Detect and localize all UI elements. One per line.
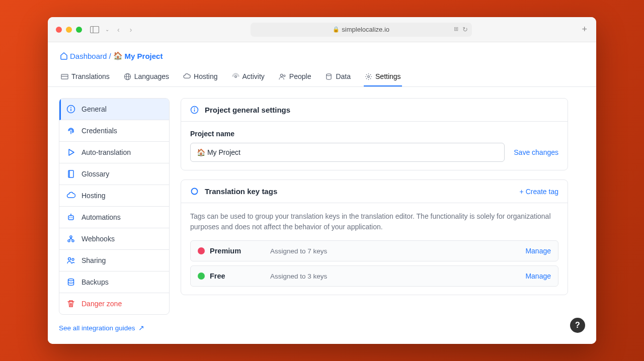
back-button[interactable]: ‹ (115, 26, 122, 34)
sidebar-item-label: Automations (82, 213, 121, 221)
tag-assigned-count: Assigned to 7 keys (270, 247, 525, 255)
svg-point-25 (68, 258, 71, 260)
sidebar-item-auto-translation[interactable]: Auto-translation (59, 142, 169, 163)
tab-label: Settings (375, 72, 401, 80)
tab-languages[interactable]: Languages (123, 67, 170, 86)
svg-point-11 (368, 75, 370, 77)
breadcrumb-project[interactable]: My Project (125, 52, 163, 60)
integration-guides-link[interactable]: See all integration guides ↗ (59, 324, 170, 332)
tab-label: Hosting (194, 72, 217, 80)
sidebar-item-automations[interactable]: Automations (59, 207, 169, 228)
project-name-input[interactable] (190, 143, 505, 162)
traffic-lights (56, 27, 82, 33)
info-icon (66, 105, 75, 114)
database-icon (66, 278, 75, 287)
titlebar: ⌄ ‹ › 🔒 simplelocalize.io ⊞ ↻ + (48, 17, 596, 42)
dropdown-icon[interactable]: ⌄ (105, 27, 109, 32)
sidebar-item-label: Glossary (82, 170, 109, 178)
cloud-icon (66, 191, 75, 200)
info-icon (190, 106, 199, 114)
svg-rect-17 (68, 216, 73, 220)
main-body: General Credentials Auto-translation Glo… (48, 87, 596, 343)
sidebar-item-danger-zone[interactable]: Danger zone (59, 293, 169, 314)
forward-button[interactable]: › (128, 26, 134, 34)
project-name-label: Project name (190, 130, 558, 138)
panel-header: Translation key tags + Create tag (181, 180, 568, 203)
panel-translation-tags: Translation key tags + Create tag Tags c… (181, 179, 568, 295)
panel-body: Project name Save changes (181, 122, 568, 170)
tab-translations[interactable]: Translations (60, 67, 111, 86)
sidebar-item-credentials[interactable]: Credentials (59, 120, 169, 142)
sidebar-item-label: Sharing (82, 256, 106, 264)
tab-people[interactable]: People (278, 67, 312, 86)
address-bar[interactable]: 🔒 simplelocalize.io ⊞ ↻ (251, 23, 472, 37)
create-tag-label: Create tag (526, 188, 558, 196)
reload-icon[interactable]: ↻ (462, 26, 468, 33)
people-icon (279, 73, 286, 80)
sidebar-column: General Credentials Auto-translation Glo… (59, 98, 170, 332)
panel-title: Translation key tags (205, 187, 277, 196)
webhook-icon (66, 234, 75, 243)
svg-point-8 (280, 74, 283, 76)
sidebar-item-general[interactable]: General (59, 99, 169, 120)
minimize-button[interactable] (66, 27, 72, 33)
save-changes-button[interactable]: Save changes (514, 148, 558, 156)
svg-point-29 (194, 108, 195, 109)
tag-icon (190, 187, 199, 196)
manage-tag-button[interactable]: Manage (525, 272, 551, 280)
gear-icon (365, 73, 372, 80)
svg-point-7 (234, 75, 236, 77)
new-tab-button[interactable]: + (582, 24, 587, 35)
app-window: ⌄ ‹ › 🔒 simplelocalize.io ⊞ ↻ + Dashboar… (48, 17, 596, 344)
breadcrumb: Dashboard / 🏠 My Project (48, 42, 596, 67)
link-label: See all integration guides (59, 324, 135, 332)
translate-icon[interactable]: ⊞ (454, 26, 458, 33)
tab-label: Activity (243, 72, 265, 80)
panel-title: Project general settings (205, 106, 290, 114)
sidebar-item-webhooks[interactable]: Webhooks (59, 228, 169, 250)
tag-color-dot (198, 273, 205, 280)
settings-sidebar: General Credentials Auto-translation Glo… (59, 98, 170, 315)
sidebar-item-glossary[interactable]: Glossary (59, 163, 169, 185)
main-tabs: Translations Languages Hosting Activity … (48, 67, 596, 87)
robot-icon (66, 213, 75, 222)
tag-color-dot (198, 247, 205, 254)
translations-icon (61, 73, 68, 80)
sidebar-toggle-icon[interactable] (90, 26, 99, 33)
tags-help-text: Tags can be used to group your translati… (190, 211, 558, 232)
tab-activity[interactable]: Activity (231, 67, 266, 86)
breadcrumb-emoji: 🏠 (113, 51, 123, 60)
tab-label: Languages (134, 72, 169, 80)
sidebar-item-sharing[interactable]: Sharing (59, 250, 169, 272)
sidebar-item-label: Backups (82, 278, 109, 286)
svg-point-24 (70, 236, 72, 238)
sidebar-item-hosting[interactable]: Hosting (59, 185, 169, 207)
svg-point-21 (70, 214, 71, 215)
tag-name: Premium (210, 247, 270, 255)
help-fab[interactable]: ? (570, 318, 585, 333)
tab-hosting[interactable]: Hosting (182, 67, 218, 86)
panel-general-settings: Project general settings Project name Sa… (181, 98, 568, 170)
address-url: simplelocalize.io (342, 26, 389, 33)
sidebar-item-backups[interactable]: Backups (59, 272, 169, 293)
manage-tag-button[interactable]: Manage (525, 247, 551, 255)
home-icon (60, 52, 68, 60)
sidebar-item-label: Webhooks (82, 235, 115, 243)
svg-point-9 (283, 74, 285, 76)
maximize-button[interactable] (76, 27, 82, 33)
tab-settings[interactable]: Settings (364, 67, 402, 86)
field-row: Save changes (190, 143, 558, 162)
toolbar-controls: ⌄ ‹ › (90, 26, 134, 34)
create-tag-button[interactable]: + Create tag (519, 188, 558, 196)
tab-data[interactable]: Data (324, 67, 352, 86)
sidebar-item-label: Auto-translation (82, 148, 131, 156)
content-area: Dashboard / 🏠 My Project Translations La… (48, 42, 596, 344)
breadcrumb-dashboard[interactable]: Dashboard (70, 52, 107, 60)
svg-rect-2 (61, 74, 68, 78)
tag-row: Premium Assigned to 7 keys Manage (190, 240, 558, 261)
sidebar-item-label: General (82, 105, 107, 113)
panel-header: Project general settings (181, 99, 568, 122)
tab-label: Translations (71, 72, 110, 80)
panel-body: Tags can be used to group your translati… (181, 203, 568, 295)
close-button[interactable] (56, 27, 62, 33)
